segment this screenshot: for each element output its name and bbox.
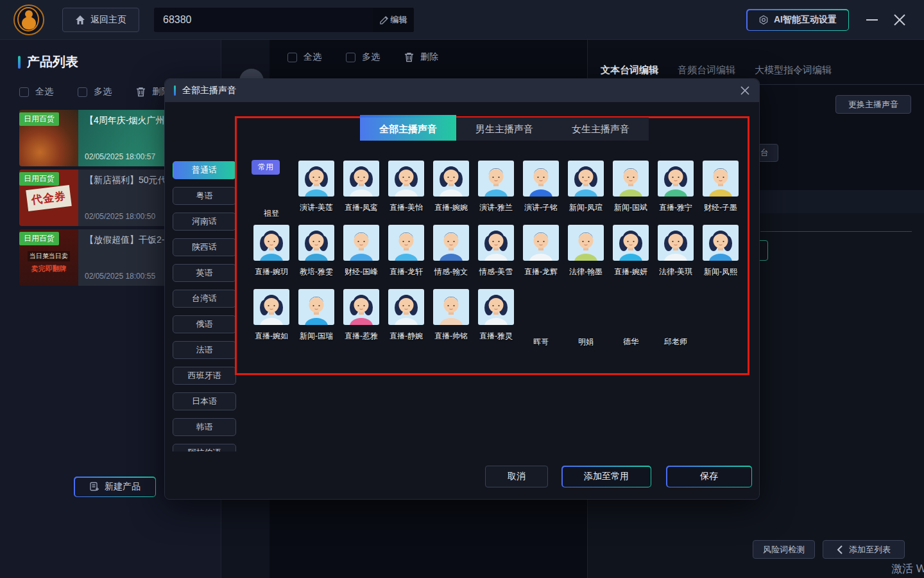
voice-item[interactable]: 直播-静婉 bbox=[384, 288, 429, 353]
voice-item[interactable]: 直播-雅灵 bbox=[474, 288, 518, 353]
voice-name: 演讲-雅兰 bbox=[479, 202, 513, 213]
voice-item[interactable]: 新闻-国斌 bbox=[608, 160, 653, 224]
voice-item[interactable]: 法律-美琪 bbox=[653, 224, 698, 288]
voice-item[interactable]: 直播-惹雅 bbox=[339, 288, 384, 353]
voice-item[interactable]: 直播-婉如 bbox=[249, 288, 294, 353]
add-to-common-button[interactable]: 添加至常用 bbox=[561, 466, 651, 487]
voice-name: 直播-婉如 bbox=[255, 331, 288, 342]
voice-item[interactable]: 晖哥 bbox=[518, 288, 563, 353]
voice-avatar bbox=[658, 161, 694, 197]
voice-name: 财经-子墨 bbox=[704, 202, 737, 213]
language-button[interactable]: 粤语 bbox=[173, 187, 236, 205]
add-to-list-button[interactable]: 添加至列表 bbox=[823, 540, 905, 559]
script-tab-active[interactable]: 文本台词编辑 bbox=[601, 64, 658, 76]
voice-name: 财经-国峰 bbox=[345, 267, 378, 277]
voice-item[interactable]: 财经-子墨 bbox=[698, 160, 743, 224]
partial-button-label: 台 bbox=[760, 147, 769, 159]
modal-close-button[interactable] bbox=[740, 85, 750, 96]
save-label: 保存 bbox=[700, 471, 718, 482]
language-button[interactable]: 韩语 bbox=[173, 418, 236, 436]
ai-interactive-settings-button[interactable]: AI智能互动设置 bbox=[746, 9, 849, 31]
close-window-button[interactable] bbox=[891, 11, 909, 29]
voice-item[interactable]: 教培-雅雯 bbox=[294, 224, 339, 288]
voice-item[interactable]: 演讲-子铭 bbox=[518, 160, 563, 224]
language-button[interactable]: 英语 bbox=[173, 264, 236, 282]
select-all-checkbox[interactable] bbox=[19, 87, 29, 97]
product-list-title-text: 产品列表 bbox=[27, 53, 78, 71]
voice-item[interactable]: 直播-婉玥 bbox=[249, 224, 294, 288]
language-button[interactable]: 西班牙语 bbox=[173, 367, 236, 385]
voice-avatar bbox=[388, 225, 424, 261]
voice-tab[interactable]: 女生主播声音 bbox=[552, 118, 649, 141]
language-button[interactable]: 阿拉伯语 bbox=[173, 444, 236, 451]
voice-tab-active[interactable]: 全部主播声音 bbox=[360, 118, 456, 141]
cancel-button[interactable]: 取消 bbox=[485, 466, 548, 487]
voice-item[interactable]: 演讲-雅兰 bbox=[474, 160, 518, 224]
minimize-button[interactable] bbox=[863, 13, 881, 27]
voice-avatar bbox=[433, 161, 469, 197]
select-all-label: 全选 bbox=[35, 86, 53, 98]
voice-item[interactable]: 新闻-凤熙 bbox=[698, 224, 743, 288]
new-product-button[interactable]: 新建产品 bbox=[74, 477, 156, 497]
home-icon bbox=[75, 15, 85, 25]
voice-item[interactable]: 财经-国峰 bbox=[339, 224, 384, 288]
middle-select-all-checkbox[interactable] bbox=[287, 53, 297, 62]
script-tab-inactive[interactable]: 大模型指令词编辑 bbox=[755, 64, 832, 76]
voice-name: 直播-惹雅 bbox=[345, 331, 378, 342]
voice-item[interactable]: 明娟 bbox=[563, 288, 608, 353]
language-button[interactable]: 河南话 bbox=[173, 213, 236, 231]
language-button[interactable]: 俄语 bbox=[173, 315, 236, 333]
voice-avatar bbox=[253, 225, 289, 261]
script-tabs: 文本台词编辑音频台词编辑大模型指令词编辑 bbox=[601, 64, 832, 76]
voice-item[interactable]: 直播-美怡 bbox=[384, 160, 429, 224]
middle-multi-select-checkbox[interactable] bbox=[346, 53, 355, 62]
voice-avatar bbox=[298, 161, 334, 197]
voice-item[interactable]: 直播-婉妍 bbox=[608, 224, 653, 288]
voice-item[interactable]: 直播-龙辉 bbox=[518, 224, 563, 288]
voice-item[interactable]: 常用祖登 bbox=[249, 160, 294, 224]
script-tab-inactive[interactable]: 音频台词编辑 bbox=[678, 64, 735, 76]
close-icon bbox=[893, 13, 907, 27]
multi-select-checkbox[interactable] bbox=[78, 87, 87, 97]
middle-trash-icon[interactable] bbox=[404, 52, 414, 62]
voice-name: 演讲-美莲 bbox=[300, 202, 333, 213]
voice-name: 演讲-子铭 bbox=[524, 202, 558, 213]
voice-item[interactable]: 直播-龙轩 bbox=[384, 224, 429, 288]
language-button[interactable]: 日本语 bbox=[173, 392, 236, 410]
voice-item[interactable]: 新闻-凤瑄 bbox=[563, 160, 608, 224]
voice-name: 德华 bbox=[623, 337, 638, 347]
modal-title-accent bbox=[174, 85, 176, 96]
language-button[interactable]: 法语 bbox=[173, 341, 236, 359]
title-bar: 返回主页 68380 编辑 AI智能互动设置 bbox=[0, 0, 924, 40]
voice-avatar bbox=[523, 225, 559, 261]
middle-delete-label[interactable]: 删除 bbox=[420, 51, 438, 63]
language-button[interactable]: 台湾话 bbox=[173, 290, 236, 308]
voice-item[interactable]: 情感-美雪 bbox=[474, 224, 518, 288]
save-button[interactable]: 保存 bbox=[666, 466, 752, 487]
voice-item[interactable]: 法律-翰墨 bbox=[563, 224, 608, 288]
language-button[interactable]: 普通话 bbox=[173, 161, 236, 179]
voice-tab[interactable]: 男生主播声音 bbox=[456, 118, 552, 141]
voice-name: 情感-美雪 bbox=[479, 267, 513, 277]
voice-avatar bbox=[433, 289, 469, 325]
edit-button[interactable]: 编辑 bbox=[373, 8, 414, 32]
back-home-button[interactable]: 返回主页 bbox=[62, 8, 139, 32]
risk-word-check-button[interactable]: 风险词检测 bbox=[753, 540, 815, 559]
voice-item[interactable]: 情感-翰文 bbox=[429, 224, 474, 288]
right-panel-divider bbox=[760, 231, 912, 232]
change-voice-button[interactable]: 更换主播声音 bbox=[835, 95, 911, 114]
voice-name: 法律-美琪 bbox=[659, 267, 692, 277]
room-id-input[interactable]: 68380 编辑 bbox=[154, 8, 414, 32]
language-button[interactable]: 陕西话 bbox=[173, 238, 236, 256]
voice-item[interactable]: 直播-凤鸾 bbox=[339, 160, 384, 224]
voice-name: 直播-静婉 bbox=[389, 331, 423, 342]
title-accent-bar bbox=[18, 56, 21, 69]
voice-item[interactable]: 直播-婉婉 bbox=[429, 160, 474, 224]
voice-item[interactable]: 邱老师 bbox=[653, 288, 698, 353]
voice-item[interactable]: 德华 bbox=[608, 288, 653, 353]
voice-item[interactable]: 直播-帅铭 bbox=[429, 288, 474, 353]
trash-icon[interactable] bbox=[136, 87, 146, 97]
voice-item[interactable]: 直播-雅宁 bbox=[653, 160, 698, 224]
voice-item[interactable]: 演讲-美莲 bbox=[294, 160, 339, 224]
voice-item[interactable]: 新闻-国瑞 bbox=[294, 288, 339, 353]
